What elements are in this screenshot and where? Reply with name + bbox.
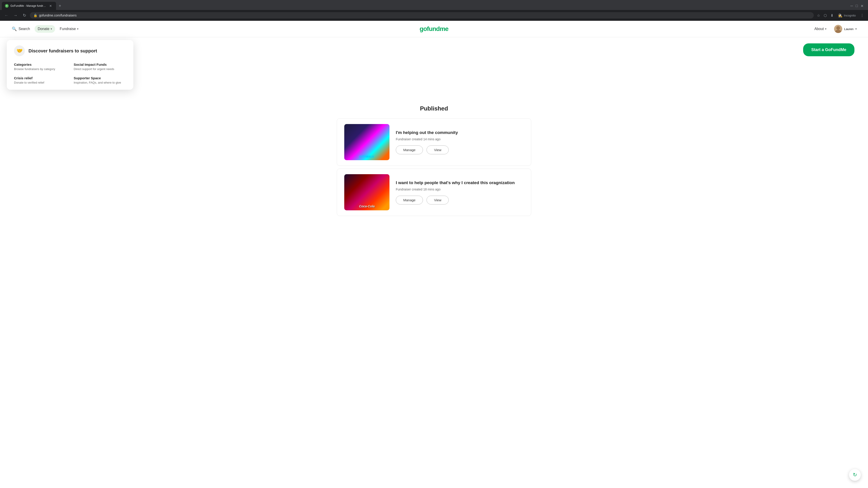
dropdown-item-crisis-desc: Donate to verified relief <box>14 81 66 84</box>
manage-button-1[interactable]: Manage <box>396 145 423 154</box>
view-button-1[interactable]: View <box>427 145 449 154</box>
dropdown-item-categories-desc: Browse fundraisers by category <box>14 67 66 71</box>
donate-dropdown: 🤝 Discover fundraisers to support Catego… <box>7 40 133 90</box>
user-avatar <box>834 25 842 33</box>
fundraiser-info-1: I'm helping out the community Fundraiser… <box>396 130 524 154</box>
about-chevron-icon: ▾ <box>825 27 827 31</box>
new-tab-button[interactable]: + <box>57 3 63 9</box>
svg-point-1 <box>836 26 840 30</box>
start-gofundme-area: Start a GoFundMe <box>803 43 855 56</box>
view-button-2[interactable]: View <box>427 196 449 204</box>
site-logo[interactable]: gofundme <box>420 25 448 33</box>
reload-button[interactable]: ↻ <box>21 12 28 19</box>
dropdown-item-social-impact[interactable]: Social Impact Funds Direct support for u… <box>74 63 126 71</box>
search-button[interactable]: 🔍 Search <box>9 25 33 33</box>
tab-favicon <box>5 4 8 8</box>
dropdown-item-social-desc: Direct support for urgent needs <box>74 67 126 71</box>
about-label: About <box>814 27 824 31</box>
dropdown-item-categories[interactable]: Categories Browse fundraisers by categor… <box>14 63 66 71</box>
download-icon[interactable]: ⬇ <box>829 12 835 19</box>
header-right: About ▾ Lauren ▾ <box>812 24 859 34</box>
tab-title: GoFundMe - Manage fundraise... <box>10 4 46 7</box>
user-menu-button[interactable]: Lauren ▾ <box>832 24 859 34</box>
citywalk-label: CITYWALK <box>360 155 374 158</box>
menu-icon[interactable]: ⋮ <box>859 12 865 19</box>
published-heading: Published <box>13 101 855 116</box>
dropdown-item-supporter-space[interactable]: Supporter Space Inspiration, FAQs, and w… <box>74 76 126 84</box>
site-header: 🔍 Search Donate ▾ Fundraise ▾ gofundme A… <box>0 21 868 37</box>
search-icon: 🔍 <box>12 26 17 31</box>
chat-icon: ↻ <box>853 472 857 478</box>
manage-button-2[interactable]: Manage <box>396 196 423 204</box>
fundraise-label: Fundraise <box>60 27 76 31</box>
dropdown-title: Discover fundraisers to support <box>29 48 97 54</box>
extensions-icon[interactable]: ⬡ <box>822 12 828 19</box>
minimize-button[interactable]: ─ <box>850 4 853 8</box>
fundraiser-card-2: Coca-Cola I want to help people that's w… <box>337 168 531 216</box>
dropdown-item-crisis[interactable]: Crisis relief Donate to verified relief <box>14 76 66 84</box>
back-button[interactable]: ← <box>3 12 10 19</box>
tab-close-button[interactable]: ✕ <box>49 4 53 8</box>
coca-cola-label: Coca-Cola <box>359 204 375 208</box>
dropdown-item-supporter-title[interactable]: Supporter Space <box>74 76 126 80</box>
discover-icon: 🤝 <box>17 48 23 54</box>
fundraiser-image-1: CITYWALK <box>344 124 390 160</box>
incognito-indicator: 🕵 Incognito <box>836 12 858 19</box>
dropdown-item-supporter-desc: Inspiration, FAQs, and where to give <box>74 81 126 84</box>
fundraiser-actions-2: Manage View <box>396 196 524 204</box>
fundraiser-info-2: I want to help people that's why I creat… <box>396 180 524 204</box>
donate-button[interactable]: Donate ▾ <box>35 25 55 33</box>
address-bar[interactable]: 🔒 gofundme.com/fundraisers <box>30 12 814 19</box>
dropdown-header: 🤝 Discover fundraisers to support <box>14 45 126 56</box>
active-tab[interactable]: GoFundMe - Manage fundraise... ✕ <box>2 2 56 10</box>
dropdown-item-social-title[interactable]: Social Impact Funds <box>74 63 126 66</box>
donate-label: Donate <box>38 27 50 31</box>
content-area: Published CITYWALK I'm helping out the c… <box>13 37 855 216</box>
start-gofundme-button[interactable]: Start a GoFundMe <box>803 43 855 56</box>
logo-text: gofundme <box>420 25 448 33</box>
fundraiser-title-2: I want to help people that's why I creat… <box>396 180 524 185</box>
fundraise-chevron-icon: ▾ <box>77 27 79 31</box>
restore-button[interactable]: □ <box>856 4 858 8</box>
start-gofundme-label: Start a GoFundMe <box>811 47 846 52</box>
fundraise-button[interactable]: Fundraise ▾ <box>57 25 81 33</box>
url-text: gofundme.com/fundraisers <box>39 13 810 17</box>
bookmark-icon[interactable]: ☆ <box>815 12 822 19</box>
fundraiser-card-1: CITYWALK I'm helping out the community F… <box>337 119 531 166</box>
dropdown-item-categories-title[interactable]: Categories <box>14 63 66 66</box>
user-name-label: Lauren <box>844 27 854 31</box>
fundraiser-meta-1: Fundraiser created 14 mins ago <box>396 137 524 141</box>
forward-button[interactable]: → <box>12 12 19 19</box>
dropdown-header-icon: 🤝 <box>14 45 25 56</box>
header-left: 🔍 Search Donate ▾ Fundraise ▾ <box>9 25 81 33</box>
lock-icon: 🔒 <box>33 13 37 17</box>
close-window-button[interactable]: ✕ <box>861 4 864 8</box>
user-chevron-icon: ▾ <box>855 27 857 31</box>
fundraiser-title-1: I'm helping out the community <box>396 130 524 135</box>
about-button[interactable]: About ▾ <box>812 25 829 33</box>
chat-button[interactable]: ↻ <box>849 469 861 481</box>
dropdown-grid: Categories Browse fundraisers by categor… <box>14 63 126 84</box>
dropdown-item-crisis-title[interactable]: Crisis relief <box>14 76 66 80</box>
search-label: Search <box>19 27 30 31</box>
fundraiser-actions-1: Manage View <box>396 145 524 154</box>
incognito-label: Incognito <box>844 14 856 17</box>
incognito-icon: 🕵 <box>838 13 842 18</box>
fundraiser-image-2: Coca-Cola <box>344 174 390 210</box>
fundraiser-meta-2: Fundraiser created 18 mins ago <box>396 188 524 191</box>
donate-chevron-icon: ▾ <box>51 27 52 31</box>
